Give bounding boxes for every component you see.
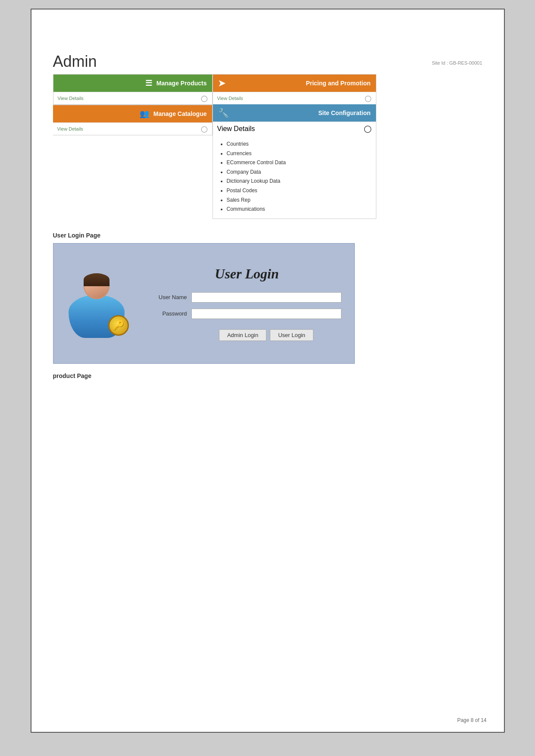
dashboard: ☰ Manage Products View Details ◯ 👥 Manag… [53,74,376,219]
manage-catalogue-label: Manage Catalogue [153,110,207,117]
product-page-label: product Page [53,372,482,379]
username-input[interactable] [191,292,341,303]
site-config-items-list: CountriesCurrenciesECommerce Control Dat… [220,140,369,214]
manage-catalogue-footer: View Details ◯ [53,122,212,135]
pricing-icon: ➤ [218,78,225,88]
login-title: User Login [153,266,341,282]
left-cards: ☰ Manage Products View Details ◯ 👥 Manag… [53,74,213,219]
manage-catalogue-card: 👥 Manage Catalogue View Details ◯ [53,105,213,135]
site-config-header: 🔧 Site Configuration [213,104,376,122]
site-config-label: Site Configuration [318,109,370,116]
avatar-hair [84,273,110,286]
manage-catalogue-gear-icon[interactable]: ◯ [201,125,208,132]
manage-products-header: ☰ Manage Products [53,75,212,92]
pricing-promotion-footer: View Details ◯ [213,92,376,104]
manage-products-gear-icon[interactable]: ◯ [201,95,208,102]
page-number: Page 8 of 14 [457,717,486,723]
site-id: Site Id : GB-RES-00001 [53,60,482,66]
right-config: ➤ Pricing and Promotion View Details ◯ 🔧… [213,74,376,219]
site-config-item: Postal Codes [227,186,369,196]
site-config-view-details[interactable]: View Details [217,125,255,133]
pricing-view-details[interactable]: View Details [217,96,243,101]
site-config-item: Communications [227,205,369,214]
products-icon: ☰ [145,78,152,88]
site-config-item: Countries [227,140,369,149]
login-form-section: User Login User Name Password Admin Logi… [140,244,354,363]
site-config-item: ECommerce Control Data [227,158,369,168]
username-field-row: User Name [153,292,341,303]
site-config-item: Currencies [227,149,369,159]
login-buttons: Admin Login User Login [153,329,341,341]
site-configuration-card: 🔧 Site Configuration View Details ◯ Coun… [213,104,376,219]
site-config-footer: View Details ◯ [213,122,376,135]
password-field-row: Password [153,309,341,319]
manage-products-footer: View Details ◯ [53,92,212,104]
admin-login-button[interactable]: Admin Login [219,329,266,341]
pricing-gear-icon[interactable]: ◯ [365,95,372,102]
site-config-gear-icon[interactable]: ◯ [364,125,372,133]
site-config-item: Sales Rep [227,196,369,205]
password-input[interactable] [191,309,341,319]
site-config-icon: 🔧 [218,108,229,118]
site-config-item: Company Data [227,168,369,177]
login-page-box: 🔑 User Login User Name Password Admin Lo… [53,243,355,364]
site-config-item: Dictionary Lookup Data [227,177,369,186]
manage-products-card: ☰ Manage Products View Details ◯ [53,74,213,105]
avatar-key: 🔑 [108,315,129,336]
manage-catalogue-view-details[interactable]: View Details [57,126,83,131]
site-config-list: CountriesCurrenciesECommerce Control Dat… [213,135,376,219]
user-login-button[interactable]: User Login [270,329,313,341]
avatar-container: 🔑 [62,269,131,338]
manage-catalogue-header: 👥 Manage Catalogue [53,105,212,122]
username-label: User Name [153,294,191,300]
catalogue-icon: 👥 [140,109,149,119]
user-login-section-label: User Login Page [53,232,482,239]
manage-products-label: Manage Products [156,80,207,87]
pricing-promotion-label: Pricing and Promotion [306,80,370,87]
manage-products-view-details[interactable]: View Details [58,96,84,101]
password-label: Password [153,310,191,317]
pricing-promotion-card: ➤ Pricing and Promotion View Details ◯ [213,75,376,104]
pricing-promotion-header: ➤ Pricing and Promotion [213,75,376,92]
page-container: Admin Site Id : GB-RES-00001 ☰ Manage Pr… [31,9,505,733]
login-avatar-section: 🔑 [53,244,140,363]
